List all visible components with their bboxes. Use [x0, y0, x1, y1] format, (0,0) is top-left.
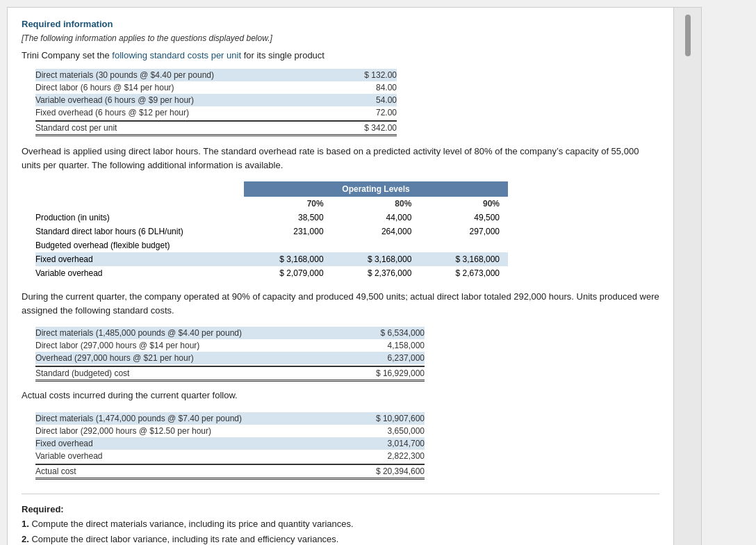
op-row-budgeted-70 [244, 238, 332, 252]
op-row-budgeted-header: Budgeted overhead (flexible budget) [35, 238, 508, 252]
op-table-empty-header [35, 181, 244, 197]
standard-budgeted-costs: Direct materials (1,485,000 pounds @ $4.… [35, 327, 425, 382]
op-row-prod-90: 49,500 [420, 211, 508, 225]
page-container: Required information [The following info… [7, 7, 749, 545]
op-row-fixed: Fixed overhead $ 3,168,000 $ 3,168,000 $… [35, 252, 508, 266]
std-cost-value-1: $ 132.00 [327, 70, 397, 80]
op-row-prod-80: 44,000 [332, 211, 420, 225]
required-title: Required: [22, 504, 659, 514]
std-cost-row-3: Variable overhead (6 hours @ $9 per hour… [35, 94, 397, 106]
op-col-70: 70% [244, 197, 332, 211]
operating-levels-wrapper: Operating Levels 70% 80% 90% Production … [22, 181, 659, 280]
op-col-label [35, 197, 244, 211]
std-budg-total-label: Standard (budgeted) cost [35, 368, 341, 378]
op-row-budgeted-label: Budgeted overhead (flexible budget) [35, 238, 244, 252]
actual-value-2: 3,650,000 [341, 426, 425, 436]
op-row-variable-80: $ 2,376,000 [332, 266, 420, 280]
actual-costs: Direct materials (1,474,000 pounds @ $7.… [35, 412, 425, 480]
op-row-variable: Variable overhead $ 2,079,000 $ 2,376,00… [35, 266, 508, 280]
italic-note: [The following information applies to th… [22, 33, 659, 43]
required-info-title: Required information [22, 19, 659, 29]
op-row-dlh-90: 297,000 [420, 225, 508, 238]
actual-row-1: Direct materials (1,474,000 pounds @ $7.… [35, 412, 425, 425]
actual-label-3: Fixed overhead [35, 439, 341, 448]
op-row-variable-label: Variable overhead [35, 266, 244, 280]
main-content: Required information [The following info… [7, 7, 674, 545]
op-table-header: Operating Levels [244, 181, 508, 197]
std-budg-row-1: Direct materials (1,485,000 pounds @ $4.… [35, 327, 425, 339]
actual-total-value: $ 20,394,600 [341, 466, 425, 476]
intro-highlight: following standard costs per unit [112, 50, 241, 60]
required-section: Required: 1. Compute the direct material… [22, 494, 659, 546]
std-cost-value-4: 72.00 [327, 108, 397, 117]
required-item-1: 1. Compute the direct materials variance… [22, 517, 659, 531]
std-budg-label-3: Overhead (297,000 hours @ $21 per hour) [35, 353, 341, 363]
op-row-dlh-70: 231,000 [244, 225, 332, 238]
op-row-fixed-90: $ 3,168,000 [420, 252, 508, 266]
std-cost-total-value: $ 342.00 [327, 123, 397, 133]
actual-value-3: 3,014,700 [341, 439, 425, 448]
op-row-fixed-80: $ 3,168,000 [332, 252, 420, 266]
right-scrollbar-area [674, 7, 702, 545]
std-budg-total-row: Standard (budgeted) cost $ 16,929,000 [35, 366, 425, 382]
std-budg-row-2: Direct labor (297,000 hours @ $14 per ho… [35, 339, 425, 352]
req-text-2: Compute the direct labor variance, inclu… [31, 534, 338, 544]
std-budg-label-1: Direct materials (1,485,000 pounds @ $4.… [35, 328, 341, 338]
std-budg-value-3: 6,237,000 [341, 353, 425, 363]
op-row-variable-90: $ 2,673,000 [420, 266, 508, 280]
req-text-1: Compute the direct materials variance, i… [31, 519, 353, 529]
std-cost-row-2: Direct labor (6 hours @ $14 per hour) 84… [35, 81, 397, 94]
op-row-dlh: Standard direct labor hours (6 DLH/unit)… [35, 225, 508, 238]
std-budg-total-value: $ 16,929,000 [341, 368, 425, 378]
op-row-prod-label: Production (in units) [35, 211, 244, 225]
std-cost-value-2: 84.00 [327, 83, 397, 92]
std-cost-row-1: Direct materials (30 pounds @ $4.40 per … [35, 69, 397, 81]
actual-row-2: Direct labor (292,000 hours @ $12.50 per… [35, 425, 425, 437]
op-row-prod-70: 38,500 [244, 211, 332, 225]
op-row-production: Production (in units) 38,500 44,000 49,5… [35, 211, 508, 225]
actual-row-3: Fixed overhead 3,014,700 [35, 437, 425, 450]
op-col-80: 80% [332, 197, 420, 211]
std-cost-label-2: Direct labor (6 hours @ $14 per hour) [35, 83, 327, 92]
actual-total-row: Actual cost $ 20,394,600 [35, 464, 425, 480]
std-budg-value-2: 4,158,000 [341, 341, 425, 350]
std-cost-total-row: Standard cost per unit $ 342.00 [35, 120, 397, 136]
std-budg-value-1: $ 6,534,000 [341, 328, 425, 338]
op-row-budgeted-80 [332, 238, 420, 252]
overhead-paragraph: Overhead is applied using direct labor h… [22, 145, 659, 172]
op-row-dlh-80: 264,000 [332, 225, 420, 238]
operating-levels-table: Operating Levels 70% 80% 90% Production … [35, 181, 508, 280]
actual-label-4: Variable overhead [35, 451, 341, 461]
op-col-90: 90% [420, 197, 508, 211]
actual-value-1: $ 10,907,600 [341, 414, 425, 423]
during-quarter-paragraph: During the current quarter, the company … [22, 290, 659, 317]
actual-costs-paragraph: Actual costs incurred during the current… [22, 389, 659, 402]
std-cost-value-3: 54.00 [327, 95, 397, 105]
std-cost-label-1: Direct materials (30 pounds @ $4.40 per … [35, 70, 327, 80]
std-budg-label-2: Direct labor (297,000 hours @ $14 per ho… [35, 341, 341, 350]
req-num-2: 2. [22, 534, 29, 544]
req-num-1: 1. [22, 519, 29, 529]
op-row-variable-70: $ 2,079,000 [244, 266, 332, 280]
actual-label-1: Direct materials (1,474,000 pounds @ $7.… [35, 414, 341, 423]
op-row-fixed-70: $ 3,168,000 [244, 252, 332, 266]
actual-label-2: Direct labor (292,000 hours @ $12.50 per… [35, 426, 341, 436]
op-row-budgeted-90 [420, 238, 508, 252]
op-row-dlh-label: Standard direct labor hours (6 DLH/unit) [35, 225, 244, 238]
std-cost-row-4: Fixed overhead (6 hours @ $12 per hour) … [35, 106, 397, 119]
actual-row-4: Variable overhead 2,822,300 [35, 450, 425, 462]
std-budg-row-3: Overhead (297,000 hours @ $21 per hour) … [35, 352, 425, 364]
intro-text: Trini Company set the following standard… [22, 50, 659, 60]
std-cost-label-3: Variable overhead (6 hours @ $9 per hour… [35, 95, 327, 105]
std-cost-label-4: Fixed overhead (6 hours @ $12 per hour) [35, 108, 327, 117]
actual-value-4: 2,822,300 [341, 451, 425, 461]
scroll-indicator[interactable] [685, 15, 691, 56]
required-item-2: 2. Compute the direct labor variance, in… [22, 532, 659, 545]
actual-total-label: Actual cost [35, 466, 341, 476]
op-row-fixed-label: Fixed overhead [35, 252, 244, 266]
standard-costs-table: Direct materials (30 pounds @ $4.40 per … [35, 69, 397, 136]
std-cost-total-label: Standard cost per unit [35, 123, 327, 133]
